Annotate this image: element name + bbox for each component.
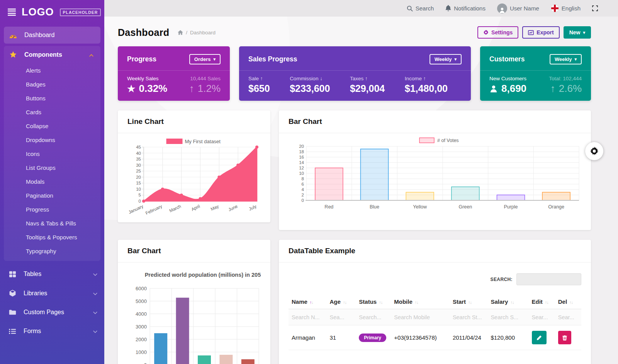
sidebar-item-custom-pages[interactable]: Custom Pages bbox=[0, 303, 104, 322]
caret-down-icon: ▾ bbox=[583, 30, 585, 35]
sidebar-item-navs-tabs-pills[interactable]: Navs & Tabs & Pills bbox=[4, 216, 100, 230]
chart-icon bbox=[528, 30, 534, 35]
sort-icon: ↑↓ bbox=[468, 300, 472, 305]
sidebar-item-badges[interactable]: Badges bbox=[4, 77, 100, 91]
orders-dropdown[interactable]: Orders▾ bbox=[189, 54, 221, 64]
column-header-salary[interactable]: Salary↑↓ bbox=[487, 295, 528, 309]
arrow-up-icon: ↑ bbox=[550, 83, 555, 95]
content: Dashboard / Dashboard Settings Export Ne… bbox=[104, 17, 618, 364]
filter-input-status[interactable] bbox=[359, 314, 386, 320]
cell-age: 31 bbox=[327, 325, 356, 350]
trash-icon bbox=[562, 335, 567, 340]
breadcrumb-separator: / bbox=[186, 30, 187, 36]
svg-text:5: 5 bbox=[139, 193, 141, 197]
sort-icon: ↑↓ bbox=[569, 300, 573, 305]
table-search-input[interactable] bbox=[516, 273, 581, 285]
menu-toggle-icon[interactable] bbox=[8, 8, 16, 16]
sidebar-nav: Dashboard Components AlertsBadgesButtons… bbox=[0, 27, 104, 340]
column-header-start[interactable]: Start↑↓ bbox=[450, 295, 488, 309]
arrow-down-icon: ↓ bbox=[320, 76, 323, 81]
new-button[interactable]: New▾ bbox=[564, 26, 591, 39]
svg-text:18: 18 bbox=[299, 149, 304, 154]
column-header-status[interactable]: Status↑↓ bbox=[356, 295, 391, 309]
population-bar-chart-card: Bar Chart Predicted world population (mi… bbox=[118, 240, 270, 364]
filter-row bbox=[289, 309, 581, 325]
sidebar-item-alerts[interactable]: Alerts bbox=[4, 63, 100, 77]
sidebar-item-forms[interactable]: Forms bbox=[0, 322, 104, 340]
pencil-icon bbox=[537, 335, 542, 340]
column-header-name[interactable]: Name↑↓ bbox=[289, 295, 327, 309]
delete-button[interactable] bbox=[558, 331, 571, 344]
table-row: Armagan 31 Primary +03(912364578) 2011/0… bbox=[289, 325, 581, 350]
column-header-mobile[interactable]: Mobile↑↓ bbox=[391, 295, 450, 309]
svg-text:4: 4 bbox=[302, 187, 304, 192]
filter-input-age[interactable] bbox=[330, 314, 352, 320]
svg-text:10: 10 bbox=[136, 187, 141, 191]
search-menu[interactable]: Search bbox=[407, 5, 434, 12]
edit-button[interactable] bbox=[532, 331, 547, 344]
sidebar-item-components[interactable]: Components bbox=[4, 46, 100, 63]
column-header-edit[interactable]: Edit↑↓ bbox=[529, 295, 555, 309]
svg-text:Purple: Purple bbox=[504, 204, 518, 210]
brand: LOGO PLACEHOLDER bbox=[0, 0, 104, 24]
filter-input-name[interactable] bbox=[292, 314, 322, 320]
svg-text:February: February bbox=[145, 204, 163, 215]
caret-down-icon: ▾ bbox=[574, 57, 577, 62]
breadcrumb: / Dashboard bbox=[178, 30, 216, 36]
svg-text:15: 15 bbox=[136, 181, 141, 185]
sidebar-item-tooltips-popovers[interactable]: Tooltips & Popovers bbox=[4, 230, 100, 244]
settings-fab[interactable] bbox=[585, 142, 603, 160]
sidebar-item-dropdowns[interactable]: Dropdowns bbox=[4, 133, 100, 147]
filter-input-del[interactable] bbox=[558, 314, 577, 320]
sidebar-item-modals[interactable]: Modals bbox=[4, 174, 100, 188]
home-icon[interactable] bbox=[178, 30, 183, 35]
user-name-label: User Name bbox=[510, 5, 539, 12]
weekly-dropdown[interactable]: Weekly▾ bbox=[430, 54, 462, 64]
metric-sale: Sale ↑ $650 bbox=[248, 76, 270, 94]
svg-text:2000: 2000 bbox=[136, 337, 147, 342]
card-title: Bar Chart bbox=[118, 240, 270, 262]
gear-icon bbox=[483, 30, 489, 35]
language-menu[interactable]: English bbox=[551, 4, 581, 12]
fullscreen-icon[interactable] bbox=[592, 5, 598, 11]
svg-text:6000: 6000 bbox=[136, 286, 147, 291]
sidebar-item-progress[interactable]: Progress bbox=[4, 202, 100, 216]
sidebar-item-dashboard[interactable]: Dashboard bbox=[4, 27, 100, 44]
sidebar-item-libraries[interactable]: Libraries bbox=[0, 284, 104, 303]
sidebar-item-pagination[interactable]: Pagination bbox=[4, 188, 100, 202]
sidebar-item-buttons[interactable]: Buttons bbox=[4, 91, 100, 105]
sidebar-item-collapse[interactable]: Collapse bbox=[4, 119, 100, 133]
svg-text:20: 20 bbox=[299, 144, 304, 149]
filter-input-salary[interactable] bbox=[491, 314, 524, 320]
svg-text:14: 14 bbox=[299, 160, 304, 165]
sidebar-item-icons[interactable]: Icons bbox=[4, 147, 100, 161]
datatable: Name↑↓Age↑↓Status↑↓Mobile↑↓Start↑↓Salary… bbox=[289, 295, 581, 350]
column-header-age[interactable]: Age↑↓ bbox=[327, 295, 356, 309]
sort-icon: ↑↓ bbox=[343, 300, 346, 305]
sidebar-item-tables[interactable]: Tables bbox=[0, 265, 104, 283]
sidebar-group-components: Components AlertsBadgesButtonsCardsColla… bbox=[4, 46, 100, 261]
sidebar-item-cards[interactable]: Cards bbox=[4, 105, 100, 119]
filter-input-start[interactable] bbox=[453, 314, 483, 320]
svg-text:8: 8 bbox=[302, 176, 304, 181]
svg-text:May: May bbox=[210, 204, 219, 212]
sidebar-item-typography[interactable]: Typography bbox=[4, 244, 100, 258]
sidebar-item-list-groups[interactable]: List Groups bbox=[4, 161, 100, 174]
svg-text:30: 30 bbox=[136, 163, 141, 168]
export-button[interactable]: Export bbox=[522, 26, 559, 39]
customers-growth-value: 2.6% bbox=[559, 83, 582, 95]
filter-input-mobile[interactable] bbox=[394, 314, 444, 320]
arrow-up-icon: ↑ bbox=[189, 83, 194, 95]
user-menu[interactable]: User Name bbox=[497, 3, 539, 14]
svg-text:Yellow: Yellow bbox=[413, 204, 427, 210]
column-header-del[interactable]: Del↑↓ bbox=[555, 295, 581, 309]
weekly-dropdown[interactable]: Weekly▾ bbox=[550, 54, 582, 64]
chevron-down-icon bbox=[93, 290, 97, 297]
filter-input-edit[interactable] bbox=[532, 314, 551, 320]
gear-icon bbox=[590, 147, 599, 156]
star-icon: ★ bbox=[127, 83, 136, 94]
settings-button[interactable]: Settings bbox=[477, 26, 518, 39]
notifications-menu[interactable]: Notifications bbox=[445, 5, 486, 12]
england-flag-icon bbox=[551, 4, 559, 12]
svg-text:My First dataset: My First dataset bbox=[185, 139, 221, 144]
